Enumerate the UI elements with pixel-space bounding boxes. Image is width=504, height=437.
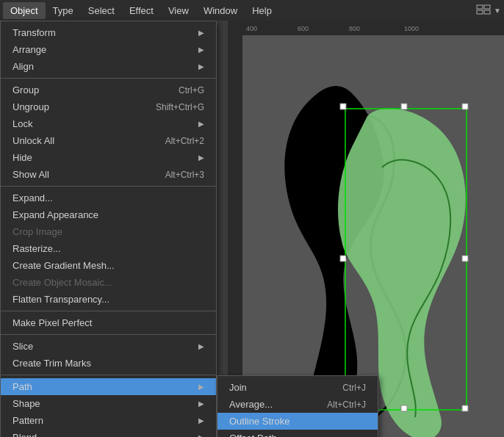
menu-item-group-label: Group	[12, 84, 39, 95]
menu-item-create-gradient-mesh-label: Create Gradient Mesh...	[12, 260, 115, 271]
submenu-item-offset-path[interactable]: Offset Path...	[217, 430, 378, 437]
layout-icon[interactable]	[476, 4, 491, 16]
ruler-tick-400: 400	[246, 25, 257, 32]
menu-item-flatten-transparency-label: Flatten Transparency...	[12, 294, 109, 305]
menu-item-pattern[interactable]: Pattern ▶	[1, 412, 216, 429]
menu-item-unlock-all[interactable]: Unlock All Alt+Ctrl+2	[1, 132, 216, 149]
svg-rect-1	[484, 5, 490, 9]
separator-2	[1, 186, 216, 187]
svg-rect-8	[340, 256, 346, 261]
menu-item-group[interactable]: Group Ctrl+G	[1, 82, 216, 98]
menu-item-align-arrow: ▶	[198, 62, 204, 71]
menubar: Object Type Select Effect View Window He…	[0, 0, 504, 21]
menu-item-ungroup[interactable]: Ungroup Shift+Ctrl+G	[1, 98, 216, 115]
menu-item-create-trim-marks-label: Create Trim Marks	[12, 358, 91, 369]
menu-item-align[interactable]: Align ▶	[1, 58, 216, 75]
menu-item-blend-label: Blend	[12, 432, 37, 437]
menu-item-pattern-label: Pattern	[12, 415, 43, 426]
submenu-item-offset-path-label: Offset Path...	[229, 433, 285, 437]
menu-item-hide[interactable]: Hide ▶	[1, 149, 216, 166]
menu-item-show-all[interactable]: Show All Alt+Ctrl+3	[1, 166, 216, 183]
object-dropdown-menu: Transform ▶ Arrange ▶ Align ▶ Group Ctrl…	[0, 21, 217, 437]
menu-item-ungroup-label: Ungroup	[12, 101, 49, 112]
ruler-tick-600: 600	[298, 25, 309, 32]
menubar-object[interactable]: Object	[3, 2, 46, 19]
dropdown-arrow-icon[interactable]: ▼	[494, 7, 501, 15]
menu-item-unlock-all-label: Unlock All	[12, 135, 54, 146]
menubar-effect[interactable]: Effect	[122, 2, 161, 19]
menu-item-transform[interactable]: Transform ▶	[1, 24, 216, 41]
ruler-tick-800: 800	[349, 25, 360, 32]
menu-item-align-label: Align	[12, 61, 34, 72]
menu-item-slice-label: Slice	[12, 341, 33, 352]
submenu-item-outline-stroke[interactable]: Outline Stroke	[217, 413, 378, 430]
menu-item-path-label: Path	[12, 381, 32, 392]
menu-item-rasterize[interactable]: Rasterize...	[1, 240, 216, 257]
menu-item-path-arrow: ▶	[198, 383, 204, 391]
menu-item-shape[interactable]: Shape ▶	[1, 395, 216, 412]
menu-item-lock[interactable]: Lock ▶	[1, 115, 216, 132]
menu-item-blend[interactable]: Blend ▶	[1, 429, 216, 437]
submenu-item-join[interactable]: Join Ctrl+J	[217, 379, 378, 396]
submenu-item-average-label: Average...	[229, 399, 273, 410]
menu-item-group-shortcut: Ctrl+G	[179, 85, 204, 95]
menu-item-create-gradient-mesh[interactable]: Create Gradient Mesh...	[1, 257, 216, 274]
separator-3	[1, 311, 216, 311]
separator-1	[1, 78, 216, 79]
menu-item-create-trim-marks[interactable]: Create Trim Marks	[1, 355, 216, 372]
menu-item-transform-arrow: ▶	[198, 29, 204, 37]
menu-item-expand-appearance[interactable]: Expand Appearance	[1, 206, 216, 223]
menu-item-ungroup-shortcut: Shift+Ctrl+G	[156, 102, 204, 112]
menu-item-pattern-arrow: ▶	[198, 416, 204, 425]
menu-item-arrange-label: Arrange	[12, 44, 46, 55]
svg-rect-5	[340, 104, 346, 109]
submenu-item-average-shortcut: Alt+Ctrl+J	[327, 400, 366, 410]
submenu-item-outline-stroke-label: Outline Stroke	[229, 416, 289, 427]
menu-item-arrange[interactable]: Arrange ▶	[1, 41, 216, 58]
menu-item-create-object-mosaic-label: Create Object Mosaic...	[12, 277, 112, 288]
menu-item-create-object-mosaic: Create Object Mosaic...	[1, 274, 216, 291]
menu-item-expand-label: Expand...	[12, 192, 53, 203]
menu-item-shape-label: Shape	[12, 398, 40, 409]
ruler-horizontal: 400 600 800 1000	[228, 21, 504, 35]
menu-item-slice[interactable]: Slice ▶	[1, 338, 216, 355]
menu-item-flatten-transparency[interactable]: Flatten Transparency...	[1, 291, 216, 308]
menu-item-lock-label: Lock	[12, 118, 32, 129]
menu-item-lock-arrow: ▶	[198, 120, 204, 128]
ruler-tick-1000: 1000	[404, 25, 419, 32]
svg-rect-7	[462, 104, 468, 109]
submenu-item-average[interactable]: Average... Alt+Ctrl+J	[217, 396, 378, 413]
svg-rect-0	[477, 5, 483, 9]
menubar-type[interactable]: Type	[46, 2, 81, 19]
menu-item-shape-arrow: ▶	[198, 400, 204, 408]
svg-rect-12	[462, 405, 468, 411]
menu-item-hide-arrow: ▶	[198, 154, 204, 162]
menu-item-expand-appearance-label: Expand Appearance	[12, 209, 98, 220]
svg-rect-2	[477, 10, 483, 14]
menu-item-blend-arrow: ▶	[198, 433, 204, 437]
menu-item-crop-image: Crop Image	[1, 223, 216, 240]
submenu-item-join-shortcut: Ctrl+J	[342, 383, 366, 393]
svg-rect-3	[484, 10, 490, 14]
menu-item-expand[interactable]: Expand...	[1, 189, 216, 206]
separator-4	[1, 334, 216, 335]
menu-item-crop-image-label: Crop Image	[12, 226, 62, 237]
separator-5	[1, 375, 216, 375]
menubar-window[interactable]: Window	[196, 2, 245, 19]
menu-item-show-all-label: Show All	[12, 169, 49, 180]
submenu-item-join-label: Join	[229, 382, 247, 393]
menubar-view[interactable]: View	[161, 2, 196, 19]
path-submenu: Join Ctrl+J Average... Alt+Ctrl+J Outlin…	[217, 375, 378, 437]
menu-item-make-pixel-perfect[interactable]: Make Pixel Perfect	[1, 314, 216, 331]
menu-item-path[interactable]: Path ▶ Join Ctrl+J Average... Alt+Ctrl+J…	[1, 378, 216, 395]
menubar-help[interactable]: Help	[245, 2, 279, 19]
svg-rect-6	[401, 104, 407, 109]
menu-item-slice-arrow: ▶	[198, 342, 204, 350]
menubar-select[interactable]: Select	[81, 2, 122, 19]
svg-rect-11	[401, 405, 407, 411]
menu-item-rasterize-label: Rasterize...	[12, 243, 61, 254]
menu-item-show-all-shortcut: Alt+Ctrl+3	[165, 170, 204, 180]
menu-item-arrange-arrow: ▶	[198, 46, 204, 54]
svg-rect-9	[462, 256, 468, 261]
menu-item-hide-label: Hide	[12, 152, 32, 163]
